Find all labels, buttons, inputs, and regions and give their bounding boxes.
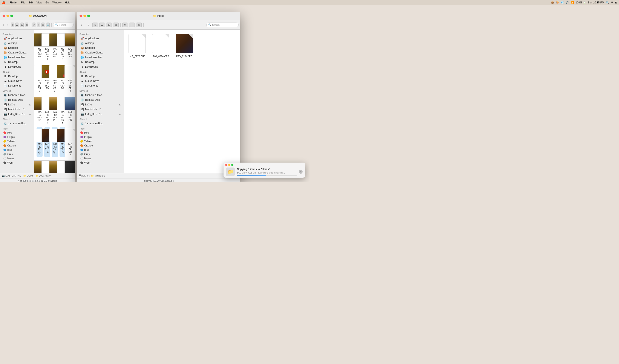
left-list-view-button[interactable]: ☰ [15,23,19,27]
file-item-img8277jpg[interactable]: IMG_8277.JPG [67,159,73,173]
right-column-view-button[interactable]: ⊟ [106,23,112,27]
right-sidebar-icloud-docs[interactable]: 📄 Documents [78,83,123,88]
sidebar-item-icloud-drive[interactable]: ☁ iCloud Drive [1,79,33,83]
right-sidebar-eos-digital[interactable]: 📷 EOS_DIGITAL ⏏ [78,112,123,116]
sidebar-item-michelles-mac[interactable]: 💻 Michelle's Mac... [1,93,33,97]
right-sidebar-tag-purple[interactable]: Purple [78,135,123,139]
sidebar-item-applications[interactable]: 🚀 Applications [1,36,33,41]
left-share-button[interactable]: ↑ [37,23,40,27]
path-eos-digital[interactable]: 📷 EOS_DIGITAL [2,174,21,177]
sidebar-item-tag-work[interactable]: Work [1,161,33,165]
sidebar-item-lacie[interactable]: 💾 LaCie ⏏ [1,102,33,107]
right-file-img8272cr3[interactable]: IMG_8272.CR3 [128,34,146,169]
menu-finder[interactable]: Finder [10,1,18,4]
sidebar-item-eos-digital[interactable]: 📷 EOS_DIGITAL ⏏ [1,112,33,116]
right-sidebar-michelles-mac[interactable]: 💻 Michelle's Mac... [78,93,123,97]
right-sidebar-dropbox[interactable]: 📦 Dropbox [78,45,123,50]
right-minimize-button[interactable] [84,14,86,17]
right-share-button[interactable]: ↑ [129,23,135,27]
left-label-button[interactable]: 🏷 [42,23,45,27]
left-gallery-view-button[interactable]: ⊠ [25,23,28,27]
menu-go[interactable]: Go [46,1,49,4]
sidebar-item-bluesky[interactable]: 🌐 blueskyandhar... [1,55,33,60]
left-column-view-button[interactable]: ⊟ [20,23,24,27]
file-item-img8274cr3[interactable]: IMG_8274.CR3 [67,127,73,157]
sidebar-item-downloads[interactable]: ⬇ Downloads [1,64,33,69]
right-sidebar-tag-home[interactable]: Home [78,156,123,161]
sidebar-item-tag-purple[interactable]: Purple [1,135,33,139]
right-sidebar-tag-gray[interactable]: Gray [78,152,123,156]
left-minimize-button[interactable] [6,14,9,17]
progress-expand-light[interactable] [231,164,233,166]
right-sidebar-remote-disc[interactable]: 💿 Remote Disc [78,97,123,102]
file-item-img8263jpg[interactable]: IMG_8263.JPG [67,32,73,62]
right-path-lacie[interactable]: 💾 LaCie [79,174,88,177]
file-item-img8270jpg[interactable]: IMG_8270.JPG [67,95,73,125]
right-icon-view-button[interactable]: ⊞ [92,23,98,27]
menu-edit[interactable]: Edit [28,1,33,4]
left-forward-button[interactable]: › [6,23,9,27]
right-sidebar-james-airport[interactable]: 📡 James's AirPor... [78,121,123,126]
sidebar-item-icloud-desktop[interactable]: 🖥 Desktop [1,74,33,79]
menu-help[interactable]: Help [65,1,70,4]
lacie-eject-button[interactable]: ⏏ [29,104,31,106]
right-action-button[interactable]: ⚙ [122,23,128,27]
right-lacie-eject-button[interactable]: ⏏ [119,104,121,106]
right-gallery-view-button[interactable]: ⊠ [113,23,119,27]
path-dcim[interactable]: 📁 DCIM [23,174,33,177]
right-sidebar-desktop[interactable]: 🖥 Desktop [78,60,123,64]
right-sidebar-airdrop[interactable]: 📡 AirDrop [78,41,123,45]
left-close-button[interactable] [2,14,5,17]
right-sidebar-tag-work[interactable]: Work [78,161,123,165]
right-sidebar-tag-red[interactable]: Red [78,131,123,135]
sidebar-item-remote-disc[interactable]: 💿 Remote Disc [1,97,33,102]
right-sidebar-bluesky[interactable]: 🌐 blueskyandhar... [78,55,123,60]
right-sidebar-cc[interactable]: 🎨 Creative Cloud... [78,50,123,55]
sidebar-item-airdrop[interactable]: 📡 AirDrop [1,41,33,45]
apple-menu[interactable]: 🍎 [2,1,5,4]
sidebar-item-tag-gray[interactable]: Gray [1,152,33,156]
menu-view[interactable]: View [37,1,42,4]
right-sidebar-tag-blue[interactable]: Blue [78,148,123,152]
left-back-button[interactable]: ‹ [2,23,5,27]
sidebar-item-tag-orange[interactable]: Orange [1,143,33,148]
sidebar-item-tag-red[interactable]: Red [1,131,33,135]
right-close-button[interactable] [80,14,82,17]
right-sidebar-icloud-desktop[interactable]: 🖥 Desktop [78,74,123,79]
right-sidebar-downloads[interactable]: ⬇ Downloads [78,64,123,69]
left-search-box[interactable]: 🔍 Search [53,23,73,27]
right-file-img8294jpg[interactable]: IMG_8294.JPG [176,34,193,169]
left-airdrop-button[interactable]: 📡 [46,23,50,27]
menu-file[interactable]: File [21,1,25,4]
sidebar-item-dropbox[interactable]: 📦 Dropbox [1,45,33,50]
right-sidebar-applications[interactable]: 🚀 Applications [78,36,123,41]
progress-close-button[interactable]: × [299,170,303,174]
sidebar-item-macintosh-hd[interactable]: 💾 Macintosh HD [1,107,33,112]
progress-close-light[interactable] [225,164,227,166]
right-list-view-button[interactable]: ☰ [99,23,105,27]
right-forward-button[interactable]: › [85,23,91,27]
file-item-img8267cr3[interactable]: IMG_8267.CR3 [67,64,73,94]
right-search-box[interactable]: 🔍 Search [206,23,239,27]
right-file-img8294cr3[interactable]: IMG_8294.CR3 [152,34,169,169]
sidebar-item-desktop[interactable]: 🖥 Desktop [1,60,33,64]
left-fullscreen-button[interactable] [10,14,13,17]
sidebar-item-tag-home[interactable]: Home [1,156,33,161]
left-icon-view-button[interactable]: ⊞ [11,23,14,27]
right-back-button[interactable]: ‹ [79,23,84,27]
sidebar-item-creative-cloud[interactable]: 🎨 Creative Cloud... [1,50,33,55]
right-eos-eject-button[interactable]: ⏏ [119,113,121,115]
eos-eject-button[interactable]: ⏏ [29,113,31,115]
right-sidebar-tag-yellow[interactable]: Yellow [78,139,123,143]
right-path-michelles[interactable]: 📁 Michelle's [91,174,105,177]
right-sidebar-icloud-drive[interactable]: ☁ iCloud Drive [78,79,123,83]
sidebar-item-tag-blue[interactable]: Blue [1,148,33,152]
menu-window[interactable]: Window [53,1,62,4]
right-sidebar-tag-orange[interactable]: Orange [78,143,123,148]
right-fullscreen-button[interactable] [87,14,90,17]
sidebar-item-james-airport[interactable]: 📡 James's AirPor... [1,121,33,126]
sidebar-item-icloud-documents[interactable]: 📄 Documents [1,83,33,88]
sidebar-item-tag-yellow[interactable]: Yellow [1,139,33,143]
progress-minimize-light[interactable] [228,164,230,166]
path-100canon[interactable]: 📁 100CANON [35,174,52,177]
